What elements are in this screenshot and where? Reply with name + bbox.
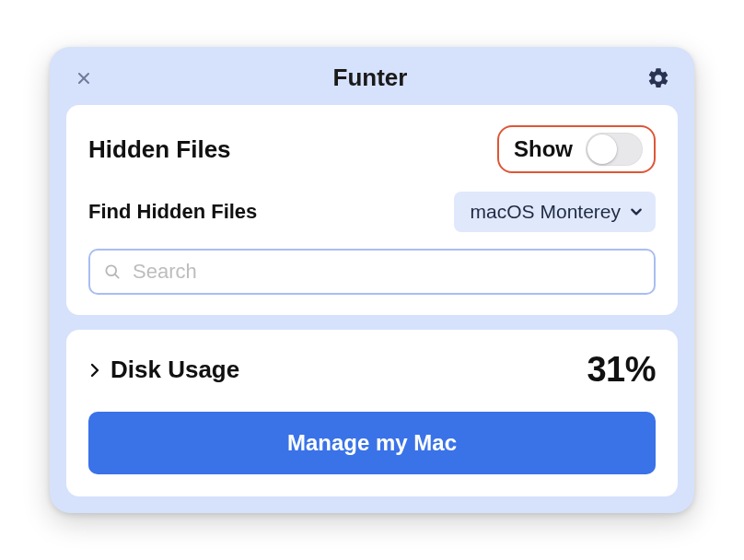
show-toggle-group: Show <box>497 125 656 173</box>
location-selected: macOS Monterey <box>471 201 621 223</box>
location-dropdown[interactable]: macOS Monterey <box>454 192 656 232</box>
disk-usage-left: Disk Usage <box>88 356 239 384</box>
disk-usage-row[interactable]: Disk Usage 31% <box>88 348 656 395</box>
toggle-label: Show <box>514 136 573 162</box>
close-icon <box>76 71 91 86</box>
close-button[interactable] <box>72 66 96 90</box>
show-hidden-toggle[interactable] <box>586 133 643 166</box>
disk-usage-label: Disk Usage <box>110 356 239 384</box>
hidden-files-row: Hidden Files Show <box>88 125 656 173</box>
hidden-files-panel: Hidden Files Show Find Hidden Files macO… <box>66 105 678 315</box>
svg-line-3 <box>115 274 119 278</box>
search-field-wrap[interactable] <box>88 249 656 295</box>
disk-usage-percent: 31% <box>587 350 656 390</box>
find-hidden-row: Find Hidden Files macOS Monterey <box>88 192 656 232</box>
chevron-down-icon <box>630 205 643 218</box>
titlebar: Funter <box>50 47 694 105</box>
find-hidden-label: Find Hidden Files <box>88 200 257 224</box>
search-input[interactable] <box>133 260 641 284</box>
switch-knob <box>587 134 617 164</box>
hidden-files-label: Hidden Files <box>88 135 231 164</box>
chevron-right-icon <box>88 363 101 378</box>
gear-icon <box>646 66 670 90</box>
settings-button[interactable] <box>645 64 672 92</box>
disk-usage-panel: Disk Usage 31% Manage my Mac <box>66 330 678 496</box>
search-icon <box>103 262 122 281</box>
manage-mac-button[interactable]: Manage my Mac <box>88 412 656 474</box>
app-window: Funter Hidden Files Show Find Hidden Fil… <box>50 47 694 513</box>
app-title: Funter <box>96 64 645 92</box>
